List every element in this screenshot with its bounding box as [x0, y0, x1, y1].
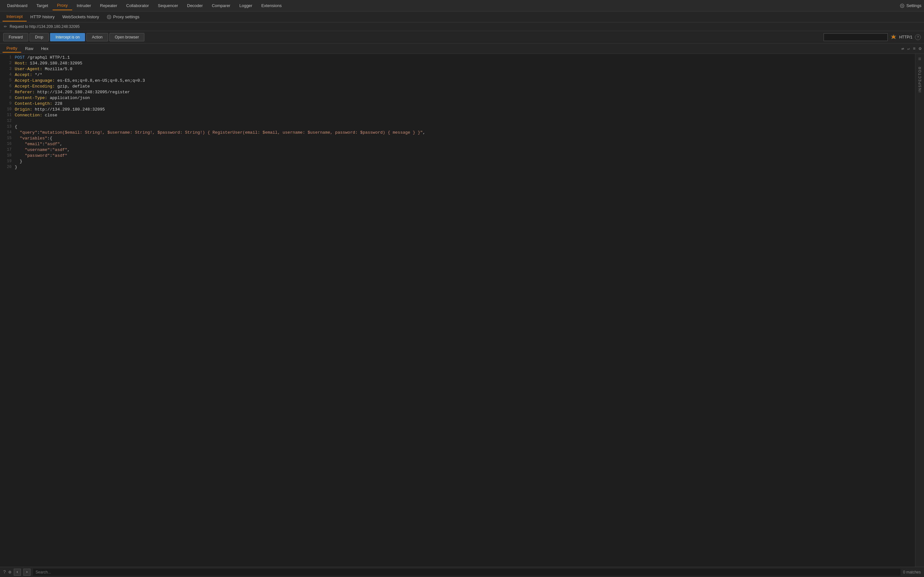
nav-item-extensions[interactable]: Extensions — [257, 1, 286, 10]
code-line-19: 19 } — [0, 159, 915, 165]
tab-bar-icons: ⇌ ↵ ≡ ⚙ — [901, 46, 921, 51]
pencil-icon: ✏ — [4, 24, 7, 29]
action-bar-right: HTTP/1 ? — [824, 33, 921, 41]
burp-logo-icon — [890, 34, 897, 40]
proxy-settings-label: Proxy settings — [113, 15, 140, 19]
code-line-17: 17 "username":"asdf", — [0, 147, 915, 153]
bottom-bar: ? ⚙ ‹ › 0 matches — [0, 567, 924, 577]
word-wrap-icon[interactable]: ⇌ — [901, 46, 904, 51]
code-line-7: 7 Referer: http://134.209.180.248:32095/… — [0, 90, 915, 95]
code-line-3: 3 User-Agent: Mozilla/5.0 — [0, 67, 915, 73]
code-line-12: 12 — [0, 119, 915, 124]
bottom-left-controls: ? ⚙ ‹ › — [3, 569, 31, 576]
subnav-item-http-history[interactable]: HTTP history — [27, 13, 59, 21]
proxy-settings-button[interactable]: Proxy settings — [103, 13, 144, 21]
question-icon[interactable]: ? — [3, 570, 6, 575]
code-line-20: 20 } — [0, 165, 915, 171]
action-search-input[interactable] — [824, 33, 888, 41]
subnav-item-intercept[interactable]: Intercept — [3, 12, 27, 21]
http-version-badge: HTTP/1 — [899, 35, 913, 39]
tab-pretty[interactable]: Pretty — [3, 45, 21, 53]
settings-label: Settings — [906, 3, 921, 8]
inspector-collapse-icon[interactable]: ≡ — [918, 54, 921, 63]
code-line-18: 18 "password":"asdf" — [0, 153, 915, 159]
settings-editor-icon[interactable]: ⚙ — [919, 46, 921, 51]
nav-item-collaborator[interactable]: Collaborator — [121, 1, 153, 10]
editor-tab-bar: Pretty Raw Hex ⇌ ↵ ≡ ⚙ — [0, 44, 924, 54]
nav-item-dashboard[interactable]: Dashboard — [3, 1, 32, 10]
nav-item-proxy[interactable]: Proxy — [53, 1, 72, 10]
request-url: Request to http://134.209.180.248:32095 — [10, 24, 79, 29]
code-line-8: 8 Content-Type: application/json — [0, 95, 915, 101]
bottom-search-input[interactable] — [33, 569, 901, 576]
code-line-5: 5 Accept-Language: es-ES,es;q=0.8,en-US;… — [0, 78, 915, 84]
back-button[interactable]: ‹ — [14, 569, 21, 576]
nav-item-decoder[interactable]: Decoder — [183, 1, 207, 10]
code-line-13: 13 { — [0, 124, 915, 130]
code-line-1: 1 POST /graphql HTTP/1.1 — [0, 55, 915, 61]
forward-button[interactable]: Forward — [3, 33, 28, 41]
indent-icon[interactable]: ≡ — [913, 46, 915, 51]
code-line-6: 6 Accept-Encoding: gzip, deflate — [0, 84, 915, 90]
gear-icon — [900, 3, 905, 8]
main-area: 1 POST /graphql HTTP/1.1 2 Host: 134.209… — [0, 54, 924, 567]
code-line-10: 10 Origin: http://134.209.180.248:32095 — [0, 107, 915, 113]
drop-button[interactable]: Drop — [29, 33, 49, 41]
top-nav: Dashboard Target Proxy Intruder Repeater… — [0, 0, 924, 11]
tab-hex[interactable]: Hex — [37, 45, 52, 52]
nav-item-intruder[interactable]: Intruder — [72, 1, 95, 10]
newline-icon[interactable]: ↵ — [907, 46, 909, 51]
nav-item-sequencer[interactable]: Sequencer — [153, 1, 183, 10]
code-line-2: 2 Host: 134.209.180.248:32095 — [0, 61, 915, 67]
open-browser-button[interactable]: Open browser — [110, 33, 144, 41]
intercept-on-button[interactable]: Intercept is on — [50, 33, 85, 41]
code-line-9: 9 Content-Length: 228 — [0, 101, 915, 107]
gear-icon-proxy — [107, 15, 111, 19]
request-bar: ✏ Request to http://134.209.180.248:3209… — [0, 23, 924, 31]
code-line-4: 4 Accept: */* — [0, 73, 915, 78]
code-line-14: 14 "query":"mutation($email: String!, $u… — [0, 130, 915, 136]
svg-point-0 — [901, 5, 903, 6]
help-icon[interactable]: ? — [915, 34, 921, 40]
settings-button[interactable]: Settings — [900, 3, 921, 8]
settings-bottom-icon[interactable]: ⚙ — [8, 569, 11, 575]
nav-item-repeater[interactable]: Repeater — [95, 1, 121, 10]
nav-item-logger[interactable]: Logger — [235, 1, 257, 10]
action-button[interactable]: Action — [86, 33, 108, 41]
code-line-15: 15 "variables":{ — [0, 136, 915, 142]
inspector-label[interactable]: INSPECTOR — [918, 66, 922, 92]
nav-item-target[interactable]: Target — [32, 1, 53, 10]
code-editor[interactable]: 1 POST /graphql HTTP/1.1 2 Host: 134.209… — [0, 54, 915, 567]
action-bar: Forward Drop Intercept is on Action Open… — [0, 31, 924, 44]
code-line-16: 16 "email":"asdf", — [0, 142, 915, 147]
nav-item-comparer[interactable]: Comparer — [207, 1, 235, 10]
tab-raw[interactable]: Raw — [21, 45, 37, 52]
inspector-sidebar: ≡ INSPECTOR — [915, 54, 924, 567]
forward-nav-button[interactable]: › — [23, 569, 31, 576]
sub-nav: Intercept HTTP history WebSockets histor… — [0, 11, 924, 23]
svg-point-1 — [108, 16, 110, 18]
match-count: 0 matches — [903, 570, 921, 574]
subnav-item-websockets-history[interactable]: WebSockets history — [58, 13, 103, 21]
code-line-11: 11 Connection: close — [0, 113, 915, 119]
